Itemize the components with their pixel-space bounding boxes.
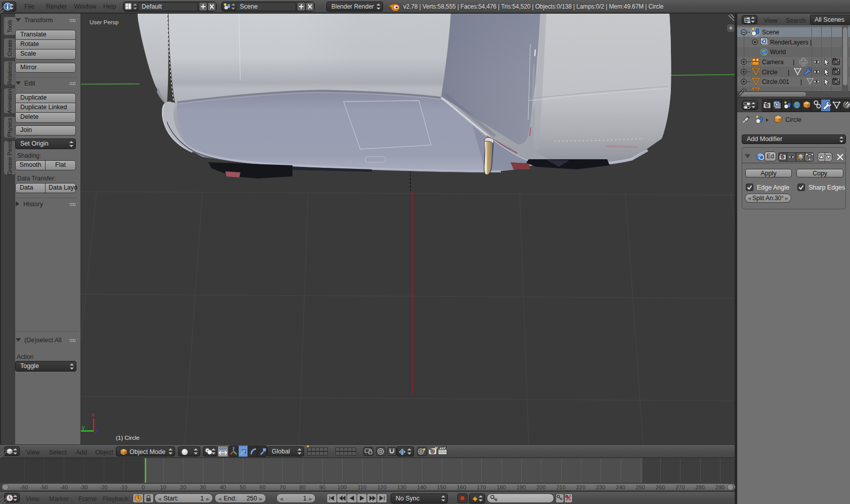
- svg-text:(1) Circle: (1) Circle: [116, 435, 140, 441]
- svg-text:Scene: Scene: [762, 29, 779, 36]
- svg-text:RenderLayers: RenderLayers: [770, 39, 808, 46]
- svg-text:|: |: [793, 59, 794, 66]
- svg-text:Camera: Camera: [762, 59, 784, 66]
- svg-text:|: |: [800, 78, 802, 85]
- svg-text:User Persp: User Persp: [90, 19, 119, 25]
- svg-text:Circle: Circle: [762, 69, 778, 76]
- svg-text:Circle.001: Circle.001: [762, 78, 789, 85]
- svg-text:World: World: [770, 49, 786, 56]
- svg-text:x: x: [92, 411, 95, 418]
- svg-text:|: |: [788, 69, 789, 76]
- svg-text:|: |: [810, 39, 812, 46]
- svg-text:z: z: [95, 428, 98, 434]
- svg-text:Circle: Circle: [785, 116, 801, 123]
- svg-text:y: y: [82, 424, 85, 430]
